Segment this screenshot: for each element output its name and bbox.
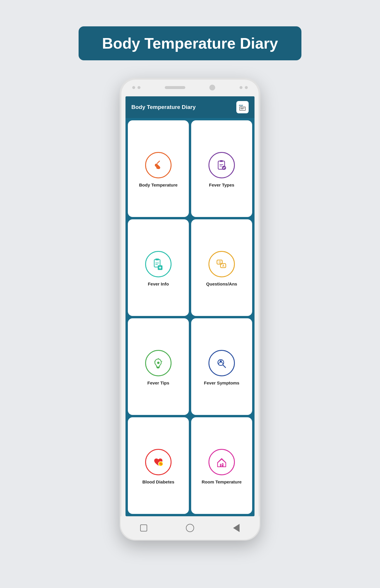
icon-circle-questions: Q A [208,251,235,277]
phone-speaker [165,86,185,89]
nav-circle-icon [186,524,194,532]
card-fever-types[interactable]: Fever Types [191,120,252,217]
card-questions-ans[interactable]: Q A Questions/Ans [191,219,252,316]
phone-mockup: Body Temperature Diary PDF [120,78,260,541]
card-label-room-temperature: Room Temperature [202,479,242,484]
svg-rect-8 [220,160,223,162]
blood-diabetes-icon: % [151,455,165,469]
icon-circle-room-temperature [208,449,235,475]
app-title-banner: Body Temperature Diary [79,26,301,60]
phone-dot [132,86,135,89]
phone-dots-right [240,86,248,89]
qa-icon: Q A [215,257,229,271]
icon-circle-fever-types [208,152,235,178]
search-person-icon [215,356,229,370]
svg-rect-24 [157,368,159,368]
svg-text:%: % [160,462,162,466]
card-room-temperature[interactable]: Room Temperature [191,417,252,514]
phone-bottom-bar [121,516,259,540]
svg-point-25 [157,362,160,364]
svg-rect-34 [220,464,221,467]
card-fever-tips[interactable]: Fever Tips [128,318,189,415]
phone-dot [138,86,140,89]
phone-dot [240,86,242,89]
card-blood-diabetes[interactable]: % Blood Diabetes [128,417,189,514]
screen-header: Body Temperature Diary PDF [125,96,255,118]
app-grid: Body Temperature Fever Types [125,118,255,516]
phone-screen: Body Temperature Diary PDF [125,96,255,516]
app-title-text: Body Temperature Diary [102,35,278,52]
card-label-fever-tips: Fever Tips [147,380,169,385]
card-fever-symptoms[interactable]: Fever Symptoms [191,318,252,415]
nav-square-icon [140,524,147,531]
icon-circle-body-temperature [145,152,172,178]
phone-dot [245,86,248,89]
pdf-button[interactable]: PDF [236,101,249,113]
svg-line-30 [223,365,225,368]
card-label-body-temperature: Body Temperature [139,182,177,187]
card-label-fever-info: Fever Info [148,281,169,286]
medical-doc-icon [151,257,165,271]
svg-text:Q: Q [219,261,221,264]
svg-text:PDF: PDF [239,105,243,107]
icon-circle-blood-diabetes: % [145,449,172,475]
svg-rect-23 [157,367,160,368]
house-thermometer-icon [215,455,229,469]
card-label-fever-types: Fever Types [209,182,234,187]
nav-back-button[interactable] [138,523,149,533]
svg-rect-1 [240,107,245,110]
svg-text:A: A [222,264,224,267]
icon-circle-fever-tips [145,350,172,376]
card-label-questions: Questions/Ans [206,281,237,286]
card-body-temperature[interactable]: Body Temperature [128,120,189,217]
phone-dots-left [132,86,140,89]
nav-home-button[interactable] [185,523,195,533]
icon-circle-fever-symptoms [208,350,235,376]
screen-header-title: Body Temperature Diary [131,104,196,110]
thermometer-icon [151,158,165,172]
svg-line-4 [157,161,160,163]
nav-triangle-icon [233,524,240,532]
card-label-fever-symptoms: Fever Symptoms [204,380,240,385]
svg-line-27 [162,361,162,362]
svg-line-28 [155,361,155,362]
svg-point-6 [156,166,159,169]
card-fever-info[interactable]: Fever Info [128,219,189,316]
pdf-icon: PDF [238,103,247,111]
card-label-blood-diabetes: Blood Diabetes [142,479,174,484]
phone-camera [209,85,215,90]
lightbulb-icon [151,356,165,370]
icon-circle-fever-info [145,251,172,277]
svg-rect-13 [155,259,159,260]
nav-recents-button[interactable] [231,523,242,533]
svg-rect-35 [222,463,223,467]
clipboard-shield-icon [215,158,229,172]
phone-top-bar [121,79,259,96]
